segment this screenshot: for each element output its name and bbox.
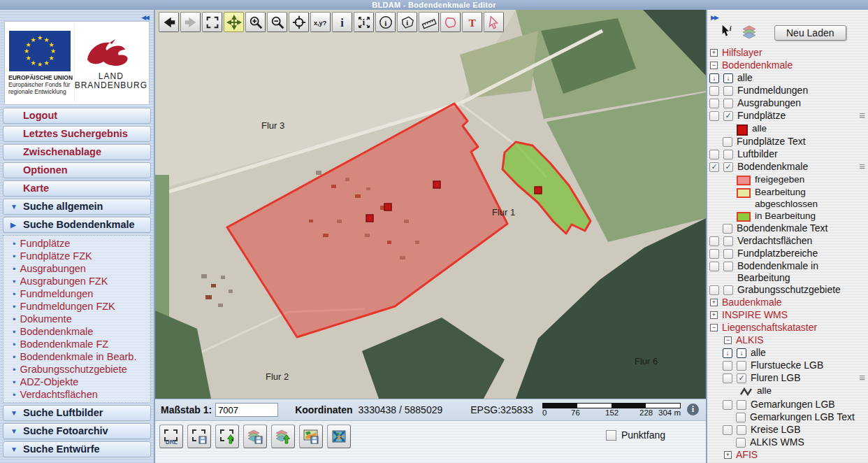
layer-checkbox[interactable] xyxy=(737,361,746,371)
tool-info-circle-button[interactable]: i xyxy=(375,12,396,32)
layer-checkbox[interactable] xyxy=(723,224,732,234)
tree-item-label[interactable]: Ausgrabungen xyxy=(737,97,868,109)
layer-checkbox[interactable] xyxy=(709,236,719,246)
expand-icon[interactable]: + xyxy=(710,299,718,306)
tool-xy-query-button[interactable]: x,y? xyxy=(310,12,331,32)
expand-icon[interactable]: + xyxy=(710,49,718,57)
layer-checkbox[interactable] xyxy=(736,438,746,448)
tree-group-label[interactable]: Hilfslayer xyxy=(722,47,762,59)
tool-draw-text-button[interactable]: T xyxy=(462,12,482,32)
submenu-item-adz-objekte[interactable]: •ADZ-Objekte xyxy=(3,376,150,388)
tool-forward-button[interactable] xyxy=(180,12,201,32)
tree-item-label[interactable]: Luftbilder xyxy=(737,148,868,160)
submenu-item-grabungsschutzgebiete[interactable]: •Grabungsschutzgebiete xyxy=(3,363,150,376)
scalebar-info-icon[interactable]: i xyxy=(687,404,699,415)
layer-checkbox[interactable] xyxy=(709,111,719,121)
layer-checkbox[interactable] xyxy=(736,413,746,422)
collapse-right-panel-icon[interactable]: ▶▶ xyxy=(711,13,718,23)
layers-icon[interactable] xyxy=(741,23,758,43)
layer-menu-icon[interactable]: ≡ xyxy=(859,110,865,121)
layer-checkbox[interactable] xyxy=(723,400,732,410)
tree-item-label[interactable]: Fluren LGB xyxy=(751,372,855,384)
layer-checkbox[interactable]: ✓ xyxy=(737,373,746,383)
submenu-item-verdachtsfl-chen[interactable]: •Verdachtsflächen xyxy=(3,388,150,401)
tree-item-label[interactable]: Verdachtsflächen xyxy=(737,235,868,247)
tree-group-label[interactable]: Bodendenkmale xyxy=(722,59,793,71)
layer-checkbox[interactable] xyxy=(723,361,732,371)
bottom-tool-url-extent-button[interactable]: URL xyxy=(159,425,183,448)
apply-all-toggle[interactable]: ↓ xyxy=(723,73,733,83)
collapse-left-panel-icon[interactable]: ◀◀ xyxy=(141,13,148,23)
layer-checkbox[interactable]: ✓ xyxy=(723,111,733,121)
section-suche-entw-rfe[interactable]: ▼Suche Entwürfe xyxy=(3,441,151,457)
bottom-tool-layers-save-button[interactable] xyxy=(243,425,267,448)
tool-draw-polygon-button[interactable] xyxy=(440,12,461,32)
tree-item-label[interactable]: Grabungsschutzgebiete xyxy=(737,284,868,296)
expand-icon[interactable]: + xyxy=(724,451,732,459)
tree-item-label[interactable]: Flurstuecke LGB xyxy=(751,359,868,371)
layer-checkbox[interactable]: ✓ xyxy=(709,162,719,172)
monument-marker[interactable] xyxy=(433,181,440,188)
bottom-tool-layers-load-button[interactable] xyxy=(271,425,295,448)
layer-checkbox[interactable] xyxy=(709,86,719,96)
tree-item-label[interactable]: alle xyxy=(737,72,868,84)
tool-pan-button[interactable] xyxy=(224,12,244,32)
layer-checkbox[interactable] xyxy=(723,236,733,246)
tree-group-label[interactable]: AFIS xyxy=(736,449,758,461)
tree-item-label[interactable]: Fundplatzbereiche xyxy=(737,248,868,259)
menu-button-zwischenablage[interactable]: Zwischenablage xyxy=(3,144,151,160)
menu-button-logout[interactable]: Logout xyxy=(3,108,151,124)
layer-checkbox[interactable] xyxy=(723,425,732,435)
layer-checkbox[interactable] xyxy=(723,150,733,159)
tree-group-label[interactable]: ALKIS xyxy=(736,334,764,346)
section-suche-fotoarchiv[interactable]: ▼Suche Fotoarchiv xyxy=(3,423,151,439)
monument-marker[interactable] xyxy=(366,215,373,222)
layer-checkbox[interactable] xyxy=(709,285,719,295)
submenu-item-fundmeldungen-fzk[interactable]: •Fundmeldungen FZK xyxy=(3,300,150,313)
tree-item-label[interactable]: Bodendenkmale in Bearbeitung xyxy=(737,260,868,284)
layer-checkbox[interactable] xyxy=(737,400,746,410)
menu-button-karte[interactable]: Karte xyxy=(3,180,151,197)
map-viewport[interactable]: x,y?iiiiT Flur 3Flur 1Flur 2Flur 6 xyxy=(155,10,706,399)
submenu-item-ausgrabungen[interactable]: •Ausgrabungen xyxy=(3,262,150,275)
bottom-tool-image-fit-button[interactable] xyxy=(327,425,351,448)
tool-select-arrow-button[interactable] xyxy=(484,12,504,32)
punktfang-checkbox[interactable] xyxy=(606,430,616,441)
reload-button[interactable]: Neu Laden xyxy=(774,25,846,41)
submenu-item-bodendenkmale-in-bearb-[interactable]: •Bodendenkmale in Bearb. xyxy=(3,350,150,363)
tree-item-label[interactable]: Fundmeldungen xyxy=(737,85,868,97)
section-suche-bodendenkmale[interactable]: ▶Suche Bodendenkmale xyxy=(3,217,151,233)
tool-info-polygon-button[interactable]: i xyxy=(397,12,417,32)
apply-all-toggle[interactable]: ↓ xyxy=(737,348,746,358)
aerial-map[interactable] xyxy=(155,10,706,399)
menu-button-letztes-suchergebnis[interactable]: Letztes Suchergebnis xyxy=(3,126,151,142)
section-suche-luftbilder[interactable]: ▼Suche Luftbilder xyxy=(3,405,151,421)
layer-checkbox[interactable] xyxy=(709,262,719,271)
apply-all-toggle[interactable]: ↓ xyxy=(723,348,732,358)
layer-checkbox[interactable] xyxy=(723,373,732,383)
tree-item-label[interactable]: Bodendenkmale xyxy=(737,161,855,173)
tool-zoom-in-button[interactable] xyxy=(245,12,266,32)
layer-checkbox[interactable]: ✓ xyxy=(723,162,733,172)
tool-measure-button[interactable] xyxy=(419,12,439,32)
tree-item-label[interactable]: Kreise LGB xyxy=(751,424,868,436)
tree-item-label[interactable]: ALKIS WMS xyxy=(750,436,868,448)
submenu-item-bodendenkmale-fz[interactable]: •Bodendenkmale FZ xyxy=(3,338,150,350)
tool-back-button[interactable] xyxy=(159,12,179,32)
collapse-icon[interactable]: − xyxy=(710,62,718,69)
collapse-icon[interactable]: − xyxy=(724,336,732,344)
layer-menu-icon[interactable]: ≡ xyxy=(859,161,865,172)
layer-menu-icon[interactable]: ≡ xyxy=(859,372,865,383)
layer-checkbox[interactable] xyxy=(709,150,719,159)
section-suche-allgemein[interactable]: ▼Suche allgemein xyxy=(3,199,151,215)
tree-item-label[interactable]: Gemarkungen LGB Text xyxy=(750,411,868,423)
tool-info-button[interactable]: i xyxy=(332,12,352,32)
tree-item-label[interactable]: alle xyxy=(751,347,868,359)
layer-checkbox[interactable] xyxy=(709,99,719,108)
tool-zoom-info-button[interactable]: i xyxy=(354,12,374,32)
tool-full-extent-button[interactable] xyxy=(202,12,222,32)
submenu-item-fundpl-tze[interactable]: •Fundplätze xyxy=(3,237,150,250)
submenu-item-ausgrabungen-fzk[interactable]: •Ausgrabungen FZK xyxy=(3,275,150,287)
layer-checkbox[interactable] xyxy=(723,86,733,96)
bottom-tool-image-save-button[interactable] xyxy=(299,425,323,448)
